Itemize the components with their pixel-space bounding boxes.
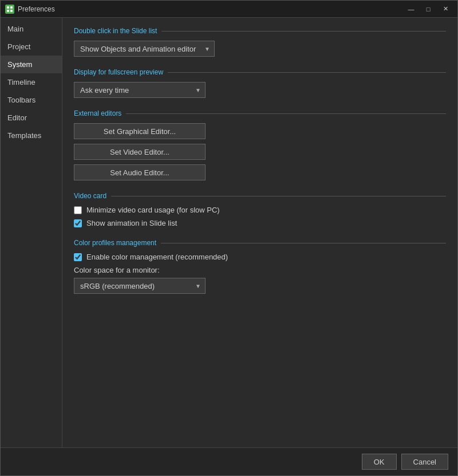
external-editors-divider [126,113,446,114]
fullscreen-section: Display for fullscreen preview Ask every… [74,68,446,98]
svg-rect-2 [7,10,9,12]
minimize-video-checkbox[interactable] [74,206,82,214]
fullscreen-label: Display for fullscreen preview [74,68,163,76]
double-click-divider [161,31,446,32]
video-card-header: Video card [74,192,446,200]
color-profiles-divider [161,243,446,243]
sidebar-item-system[interactable]: System [1,56,62,73]
color-space-dropdown-container: sRGB (recommended) Adobe RGB Display P3 … [74,278,206,294]
main-content: Double click in the Slide list Show Obje… [62,18,457,447]
preferences-window: Preferences — □ ✕ Main Project System Ti… [0,0,458,476]
show-animation-label[interactable]: Show animation in Slide list [86,219,177,227]
sidebar-item-timeline[interactable]: Timeline [1,73,62,91]
fullscreen-dropdown[interactable]: Ask every time Primary monitor Secondary… [74,82,206,98]
sidebar: Main Project System Timeline Toolbars Ed… [1,18,62,447]
video-card-section: Video card Minimize video card usage (fo… [74,192,446,227]
color-space-label: Color space for a monitor: [74,266,446,274]
titlebar: Preferences — □ ✕ [1,1,457,18]
window-controls: — □ ✕ [404,3,453,15]
close-button[interactable]: ✕ [438,3,453,15]
footer: OK Cancel [1,447,457,475]
enable-color-management-checkbox[interactable] [74,253,82,261]
enable-color-management-label[interactable]: Enable color management (recommended) [86,253,228,261]
sidebar-item-project[interactable]: Project [1,38,62,56]
fullscreen-divider [168,72,446,73]
enable-color-management-row: Enable color management (recommended) [74,253,446,261]
color-profiles-section: Color profiles management Enable color m… [74,239,446,294]
color-profiles-label: Color profiles management [74,239,156,247]
color-space-dropdown[interactable]: sRGB (recommended) Adobe RGB Display P3 [74,278,206,294]
set-audio-editor-button[interactable]: Set Audio Editor... [74,164,206,180]
maximize-button[interactable]: □ [421,3,436,15]
minimize-video-row: Minimize video card usage (for slow PC) [74,206,446,214]
fullscreen-header: Display for fullscreen preview [74,68,446,76]
sidebar-item-toolbars[interactable]: Toolbars [1,91,62,109]
fullscreen-dropdown-container: Ask every time Primary monitor Secondary… [74,82,206,98]
double-click-label: Double click in the Slide list [74,27,157,35]
show-animation-row: Show animation in Slide list [74,219,446,227]
double-click-dropdown[interactable]: Show Objects and Animation editor Open i… [74,41,215,57]
content-area: Main Project System Timeline Toolbars Ed… [1,18,457,447]
double-click-header: Double click in the Slide list [74,27,446,35]
double-click-section: Double click in the Slide list Show Obje… [74,27,446,57]
set-video-editor-button[interactable]: Set Video Editor... [74,144,206,160]
app-icon [5,5,14,14]
color-profiles-header: Color profiles management [74,239,446,247]
sidebar-item-editor[interactable]: Editor [1,109,62,127]
svg-rect-1 [10,6,13,9]
cancel-button[interactable]: Cancel [401,454,448,470]
double-click-dropdown-container: Show Objects and Animation editor Open i… [74,41,215,57]
sidebar-item-main[interactable]: Main [1,20,62,38]
external-editors-header: External editors [74,109,446,117]
ok-button[interactable]: OK [362,454,397,470]
video-card-divider [111,196,446,196]
set-graphical-editor-button[interactable]: Set Graphical Editor... [74,123,206,139]
minimize-video-label[interactable]: Minimize video card usage (for slow PC) [86,206,220,214]
svg-rect-3 [10,10,13,12]
external-editors-section: External editors Set Graphical Editor...… [74,109,446,180]
video-card-label: Video card [74,192,106,200]
sidebar-item-templates[interactable]: Templates [1,127,62,144]
minimize-button[interactable]: — [404,3,418,15]
show-animation-checkbox[interactable] [74,219,82,227]
window-title: Preferences [18,5,404,13]
external-editors-label: External editors [74,109,121,117]
svg-rect-0 [7,6,9,9]
